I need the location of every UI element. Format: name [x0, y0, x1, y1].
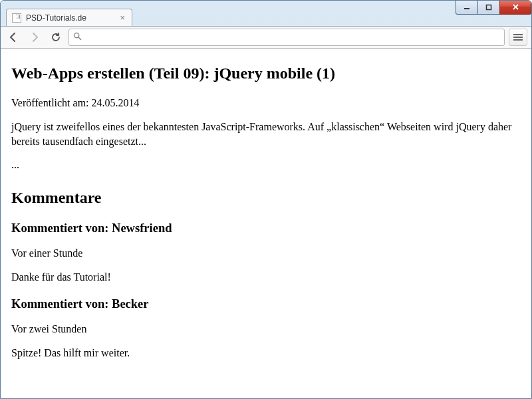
- reload-button[interactable]: [47, 29, 65, 46]
- comment-author: Kommentiert von: Newsfriend: [11, 220, 521, 237]
- address-bar[interactable]: [68, 29, 505, 46]
- article-ellipsis: ...: [11, 158, 521, 172]
- tab-title: PSD-Tutorials.de: [26, 13, 118, 23]
- page-viewport[interactable]: Web-Apps erstellen (Teil 09): jQuery mob…: [1, 49, 531, 398]
- comment-time: Vor einer Stunde: [11, 246, 521, 261]
- forward-button[interactable]: [26, 29, 43, 46]
- comment-body: Danke für das Tutorial!: [11, 270, 521, 285]
- page-content: Web-Apps erstellen (Teil 09): jQuery mob…: [1, 49, 531, 378]
- svg-line-5: [78, 37, 81, 40]
- hamburger-icon: [513, 37, 523, 38]
- arrow-right-icon: [29, 31, 41, 43]
- tab-close-icon[interactable]: ×: [118, 13, 126, 23]
- browser-menu-button[interactable]: [509, 29, 527, 46]
- comment-author: Kommentiert von: Becker: [11, 296, 521, 313]
- arrow-left-icon: [7, 31, 19, 43]
- article-intro: jQuery ist zweifellos eines der bekannte…: [11, 120, 521, 148]
- reload-icon: [51, 32, 61, 43]
- comment-time: Vor zwei Stunden: [11, 322, 521, 336]
- search-icon: [73, 31, 82, 43]
- comments-heading: Kommentare: [11, 187, 521, 208]
- article-published: Veröffentlicht am: 24.05.2014: [11, 96, 521, 110]
- window-titlebar: [1, 1, 531, 7]
- url-input[interactable]: [84, 29, 500, 45]
- page-favicon-icon: [12, 13, 21, 23]
- browser-tab[interactable]: PSD-Tutorials.de ×: [6, 9, 132, 26]
- back-button[interactable]: [5, 29, 22, 46]
- comment-body: Spitze! Das hilft mir weiter.: [11, 346, 521, 360]
- browser-toolbar: [1, 26, 531, 49]
- browser-window: PSD-Tutorials.de × Web-Apps erstellen (T…: [0, 0, 532, 399]
- tab-strip: PSD-Tutorials.de ×: [1, 7, 531, 26]
- article-title: Web-Apps erstellen (Teil 09): jQuery mob…: [11, 63, 521, 84]
